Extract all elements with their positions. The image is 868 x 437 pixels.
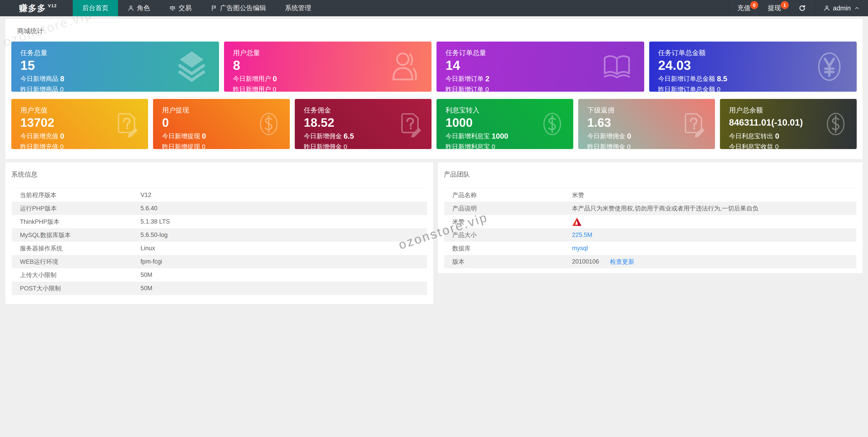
product-team-table: 产品名称米赞产品说明本产品只为米赞使用权,切勿用于商业或者用于违法行为,一切后果… — [444, 188, 856, 268]
layers-icon — [175, 50, 209, 83]
topbar-actions: 充值0提现1admin — [728, 0, 868, 16]
product-team-title: 产品团队 — [438, 162, 863, 185]
nav-item-system[interactable]: 系统管理 — [276, 0, 321, 16]
row-value: 5.1.38 LTS — [141, 218, 427, 225]
action-recharge[interactable]: 充值0 — [728, 0, 759, 16]
stat-card-yesterday: 昨日新增提现0 — [162, 142, 290, 149]
row-label: 上传大小限制 — [12, 271, 141, 279]
row-label: POST大小限制 — [12, 284, 141, 293]
user-icon — [824, 5, 830, 11]
nav-item-trade[interactable]: 交易 — [160, 0, 201, 16]
table-row: 服务器操作系统Linux — [12, 242, 427, 255]
table-row: 上传大小限制50M — [12, 268, 427, 281]
nav-item-label: 广告图公告编辑 — [220, 4, 266, 13]
row-value: 5.6.40 — [141, 205, 427, 212]
stat-card-orders-amount: 任务订单总金额24.03今日新增订单总金额8.5昨日新增订单总金额0 — [649, 41, 857, 92]
stat-card-yesterday: 昨日新增订单0 — [445, 85, 644, 92]
app-logo: 赚多多 V12 — [0, 0, 73, 16]
table-row: MySQL数据库版本5.6.50-log — [12, 228, 427, 242]
yen-circle-icon — [812, 50, 846, 83]
stats-panel: 商城统计 任务总量15今日新增商品8昨日新增商品0用户总量8今日新增用户0昨日新… — [5, 19, 863, 159]
row-label: WEB运行环境 — [12, 258, 141, 266]
book-icon — [600, 50, 634, 83]
database-link[interactable]: mysql — [572, 245, 588, 252]
bottom-panels: 系统信息 当前程序版本V12运行PHP版本5.6.40ThinkPHP版本5.1… — [5, 162, 863, 304]
nav-item-label: 角色 — [137, 4, 150, 13]
page-content: 商城统计 任务总量15今日新增商品8昨日新增商品0用户总量8今日新增用户0昨日新… — [0, 16, 868, 307]
table-row: 产品名称米赞 — [444, 188, 856, 202]
stat-card-interest-in: 利息宝转入1000今日新增利息宝1000昨日新增利息宝0 — [436, 99, 573, 149]
row-value: 50M — [141, 271, 427, 278]
app-version: V12 — [48, 3, 57, 8]
action-withdraw-badge: 1 — [781, 1, 789, 9]
system-info-panel: 系统信息 当前程序版本V12运行PHP版本5.6.40ThinkPHP版本5.1… — [5, 162, 433, 304]
row-label: 运行PHP版本 — [12, 204, 141, 212]
table-row: 数据库mysql — [444, 242, 856, 255]
row-value: 20100106 — [572, 258, 599, 265]
triangle-logo-icon — [572, 217, 582, 226]
doc-question-icon — [397, 111, 424, 137]
stat-card-yesterday: 昨日新增商品0 — [20, 85, 219, 92]
row-label: ThinkPHP版本 — [12, 218, 141, 226]
table-row: 运行PHP版本5.6.40 — [12, 202, 427, 215]
action-recharge-label: 充值 — [737, 4, 750, 13]
refresh-button[interactable] — [789, 0, 815, 16]
row-value: 50M — [141, 285, 427, 292]
row-label: 产品名称 — [444, 191, 572, 199]
stat-card-user-balance: 用户总余额846311.01(-10.01)今日利息宝转出0今日利息宝收益0 — [720, 99, 857, 149]
dollar-circle-icon — [255, 111, 282, 137]
person-outline-icon — [387, 50, 421, 83]
nav-item-label: 后台首页 — [82, 4, 108, 13]
nav-item-label: 系统管理 — [285, 4, 311, 13]
row-value: 米赞 — [572, 191, 584, 199]
main-nav: 后台首页角色交易广告图公告编辑系统管理 — [73, 0, 321, 16]
row-value: V12 — [141, 192, 427, 199]
system-info-table: 当前程序版本V12运行PHP版本5.6.40ThinkPHP版本5.1.38 L… — [12, 188, 427, 295]
action-recharge-badge: 0 — [750, 1, 758, 9]
user-icon — [127, 5, 134, 11]
stat-card-orders-total: 任务订单总量14今日新增订单2昨日新增订单0 — [436, 41, 644, 92]
flag-icon — [211, 5, 217, 11]
stat-card-yesterday: 昨日新增订单总金额0 — [658, 85, 857, 92]
table-row: ThinkPHP版本5.1.38 LTS — [12, 215, 427, 228]
row-label: 产品大小 — [444, 231, 572, 239]
row-label: 服务器操作系统 — [12, 244, 141, 253]
stats-row-2: 用户充值13702今日新增充值0昨日新增充值0用户提现0今日新增提现0昨日新增提… — [11, 99, 857, 149]
product-size-link[interactable]: 225.5M — [572, 232, 592, 238]
stat-card-sub-commission: 下级返佣1.63今日新增佣金0昨日新增佣金0 — [578, 99, 715, 149]
stat-card-yesterday: 昨日新增充值0 — [20, 142, 148, 149]
stat-card-users-total: 用户总量8今日新增用户0昨日新增用户0 — [224, 41, 432, 92]
nav-item-ads[interactable]: 广告图公告编辑 — [201, 0, 276, 16]
table-row: 当前程序版本V12 — [12, 188, 427, 202]
nav-item-roles[interactable]: 角色 — [118, 0, 160, 16]
row-value: 5.6.50-log — [141, 232, 427, 238]
refresh-icon — [798, 4, 806, 12]
chevron-up-icon — [855, 6, 860, 11]
doc-question-icon — [681, 111, 707, 137]
user-name: admin — [833, 4, 851, 12]
stat-card-yesterday: 昨日新增佣金0 — [304, 142, 432, 149]
doc-question-icon — [114, 111, 141, 137]
nav-item-label: 交易 — [179, 4, 192, 13]
table-row: 产品大小225.5M — [444, 228, 856, 242]
stat-card-yesterday: 昨日新增佣金0 — [587, 142, 715, 149]
row-value: Linux — [141, 245, 427, 252]
stat-card-yesterday: 昨日新增利息宝0 — [445, 142, 573, 149]
stats-panel-title: 商城统计 — [11, 19, 857, 41]
app-title: 赚多多 — [19, 2, 46, 14]
row-value: 本产品只为米赞使用权,切勿用于商业或者用于违法行为,一切后果自负 — [572, 204, 758, 212]
action-withdraw-label: 提现 — [768, 4, 781, 13]
dollar-circle-icon — [822, 111, 849, 137]
nav-item-home[interactable]: 后台首页 — [73, 0, 118, 16]
stats-row-1: 任务总量15今日新增商品8昨日新增商品0用户总量8今日新增用户0昨日新增用户0任… — [11, 41, 857, 92]
user-menu[interactable]: admin — [815, 0, 868, 16]
check-update-link[interactable]: 检查更新 — [610, 258, 634, 266]
table-row: POST大小限制50M — [12, 281, 427, 295]
table-row: 产品说明本产品只为米赞使用权,切勿用于商业或者用于违法行为,一切后果自负 — [444, 202, 856, 215]
action-withdraw[interactable]: 提现1 — [759, 0, 789, 16]
row-value: fpm-fcgi — [141, 258, 427, 265]
row-label: MySQL数据库版本 — [12, 231, 141, 239]
table-row: 版本20100106检查更新 — [444, 255, 856, 268]
table-row: 米赞 — [444, 215, 856, 228]
stat-card-user-recharge: 用户充值13702今日新增充值0昨日新增充值0 — [11, 99, 148, 149]
